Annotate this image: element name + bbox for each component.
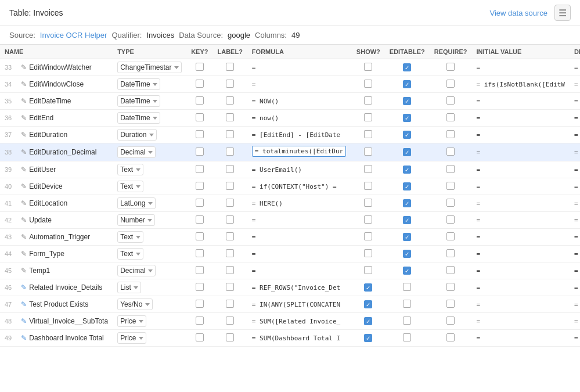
type-cell[interactable]: Price xyxy=(113,330,186,347)
type-select[interactable]: Text xyxy=(117,231,143,243)
checkbox[interactable] xyxy=(196,148,204,156)
checkbox[interactable] xyxy=(364,199,372,207)
checkbox[interactable]: ✓ xyxy=(364,317,372,325)
edit-icon[interactable]: ✎ xyxy=(21,267,27,275)
display-cell[interactable]: = xyxy=(570,229,580,246)
initial-cell[interactable]: = xyxy=(472,279,570,296)
checkbox[interactable] xyxy=(196,96,204,105)
initial-cell[interactable]: = xyxy=(472,161,570,178)
checkbox[interactable] xyxy=(196,300,204,308)
checkbox[interactable] xyxy=(364,215,372,224)
checkbox[interactable]: ✓ xyxy=(364,334,372,342)
checkbox[interactable] xyxy=(446,317,455,325)
checkbox[interactable] xyxy=(226,317,234,325)
formula-cell[interactable]: = NOW() xyxy=(247,93,352,110)
formula-cell[interactable]: = REF_ROWS("Invoice_Det xyxy=(247,279,352,296)
checkbox[interactable] xyxy=(196,283,204,291)
checkbox[interactable] xyxy=(446,80,455,88)
view-data-source-link[interactable]: View data source xyxy=(490,9,548,17)
type-select[interactable]: Price xyxy=(117,332,146,344)
edit-icon[interactable]: ✎ xyxy=(21,148,27,156)
checkbox[interactable] xyxy=(226,182,234,190)
checkbox[interactable] xyxy=(364,148,372,156)
checkbox[interactable] xyxy=(364,165,372,173)
checkbox[interactable] xyxy=(446,113,455,121)
checkbox[interactable]: ✓ xyxy=(403,216,411,224)
formula-cell[interactable]: = xyxy=(247,229,352,246)
checkbox[interactable] xyxy=(226,113,234,121)
checkbox[interactable] xyxy=(226,215,234,224)
checkbox[interactable] xyxy=(446,215,455,224)
checkbox[interactable] xyxy=(196,182,204,190)
display-cell[interactable]: = xyxy=(570,143,580,161)
edit-icon[interactable]: ✎ xyxy=(21,317,27,325)
initial-cell[interactable]: = xyxy=(472,178,570,195)
type-select[interactable]: Price xyxy=(117,315,146,327)
checkbox[interactable] xyxy=(226,232,234,240)
display-cell[interactable]: = xyxy=(570,127,580,143)
checkbox[interactable] xyxy=(446,266,455,274)
checkbox[interactable] xyxy=(226,165,234,173)
initial-cell[interactable]: = xyxy=(472,110,570,127)
checkbox[interactable] xyxy=(196,165,204,173)
checkbox[interactable] xyxy=(364,266,372,274)
checkbox[interactable] xyxy=(196,80,204,88)
checkbox[interactable] xyxy=(446,130,455,138)
formula-cell[interactable]: = xyxy=(247,246,352,262)
initial-cell[interactable]: = xyxy=(472,195,570,212)
display-cell[interactable]: = xyxy=(570,59,580,76)
checkbox[interactable] xyxy=(196,199,204,207)
checkbox[interactable] xyxy=(196,232,204,240)
checkbox[interactable] xyxy=(446,283,455,291)
checkbox[interactable]: ✓ xyxy=(403,199,411,207)
type-cell[interactable]: DateTime xyxy=(113,76,186,93)
formula-cell[interactable]: = xyxy=(247,262,352,279)
checkbox[interactable] xyxy=(226,300,234,308)
checkbox[interactable]: ✓ xyxy=(403,267,411,275)
checkbox[interactable] xyxy=(446,63,455,71)
checkbox[interactable] xyxy=(403,300,411,308)
checkbox[interactable] xyxy=(446,333,455,341)
formula-cell[interactable]: = SUM([Related Invoice_ xyxy=(247,313,352,330)
checkbox[interactable] xyxy=(226,80,234,88)
checkbox[interactable]: ✓ xyxy=(364,300,372,308)
display-cell[interactable]: = xyxy=(570,246,580,262)
type-cell[interactable]: ChangeTimestar xyxy=(113,59,186,76)
type-cell[interactable]: Yes/No xyxy=(113,296,186,313)
type-select[interactable]: DateTime xyxy=(117,112,160,124)
type-cell[interactable]: Decimal xyxy=(113,262,186,279)
type-select[interactable]: Yes/No xyxy=(117,299,153,310)
initial-cell[interactable]: = xyxy=(472,59,570,76)
display-cell[interactable]: = xyxy=(570,296,580,313)
edit-icon[interactable]: ✎ xyxy=(21,97,27,105)
formula-cell[interactable]: = SUM(Dashboard Total I xyxy=(247,330,352,347)
display-cell[interactable]: = "Invoice Details" xyxy=(570,279,580,296)
checkbox[interactable]: ✓ xyxy=(403,63,411,71)
checkbox[interactable] xyxy=(446,199,455,207)
type-cell[interactable]: Number xyxy=(113,212,186,229)
formula-cell[interactable]: = now() xyxy=(247,110,352,127)
edit-icon[interactable]: ✎ xyxy=(21,300,27,308)
initial-cell[interactable]: = xyxy=(472,212,570,229)
type-cell[interactable]: DateTime xyxy=(113,110,186,127)
display-cell[interactable]: = xyxy=(570,262,580,279)
checkbox[interactable]: ✓ xyxy=(403,233,411,241)
checkbox[interactable] xyxy=(446,232,455,240)
checkbox[interactable] xyxy=(196,130,204,138)
formula-cell[interactable]: = xyxy=(247,76,352,93)
checkbox[interactable]: ✓ xyxy=(403,148,411,156)
checkbox[interactable] xyxy=(446,165,455,173)
formula-cell[interactable]: = totalminutes([EditDur xyxy=(247,143,352,161)
checkbox[interactable] xyxy=(196,249,204,257)
checkbox[interactable] xyxy=(226,249,234,257)
initial-cell[interactable]: = xyxy=(472,143,570,161)
checkbox[interactable]: ✓ xyxy=(403,182,411,190)
checkbox[interactable] xyxy=(446,148,455,156)
checkbox[interactable] xyxy=(226,63,234,71)
formula-cell[interactable]: = [EditEnd] - [EditDate xyxy=(247,127,352,143)
display-cell[interactable]: = xyxy=(570,330,580,347)
type-cell[interactable]: DateTime xyxy=(113,93,186,110)
edit-icon[interactable]: ✎ xyxy=(21,131,27,139)
checkbox[interactable] xyxy=(364,232,372,240)
type-select[interactable]: Text xyxy=(117,181,143,192)
